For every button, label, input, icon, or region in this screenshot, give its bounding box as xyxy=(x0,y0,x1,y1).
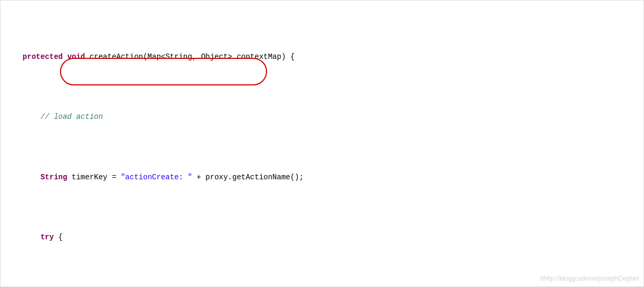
code-line: try { xyxy=(1,231,643,243)
code-line: // load action xyxy=(1,110,643,123)
code-line: protected void createAction(Map<String, … xyxy=(1,50,643,63)
watermark: hhttp://bloggcsdnnet/josephGegber xyxy=(540,275,639,282)
code-block: protected void createAction(Map<String, … xyxy=(1,1,643,287)
code-line: String timerKey = "actionCreate: " + pro… xyxy=(1,171,643,184)
code-container: protected void createAction(Map<String, … xyxy=(0,0,644,287)
